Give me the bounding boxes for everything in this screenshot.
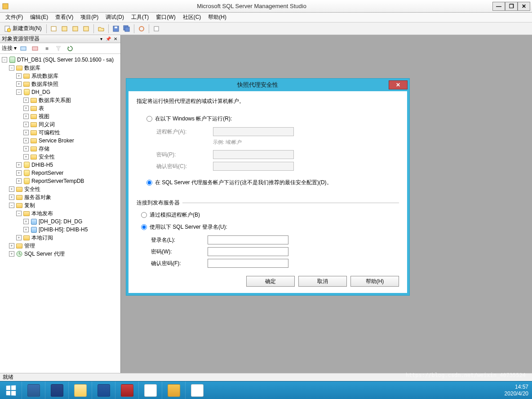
tb-icon-4[interactable]: [81, 24, 91, 34]
menu-file[interactable]: 文件(F): [3, 13, 26, 22]
minimize-button[interactable]: —: [492, 2, 505, 11]
expand-toggle[interactable]: −: [9, 65, 14, 71]
tree-pub-dhdg[interactable]: [DH_DG]: DH_DG: [39, 218, 82, 225]
tree-security[interactable]: 安全性: [24, 186, 40, 193]
tree-reportservertemp[interactable]: ReportServerTempDB: [31, 178, 84, 184]
taskbar-app-powershell[interactable]: [45, 381, 68, 399]
tree-localpub[interactable]: 本地发布: [31, 210, 53, 217]
input-password2[interactable]: [208, 247, 288, 256]
option-windows-account[interactable]: 在以下 Windows 帐户下运行(R):: [146, 115, 399, 123]
stop-icon[interactable]: ■: [42, 44, 52, 53]
tree-dhdg[interactable]: DH_DG: [31, 89, 50, 95]
menu-debug[interactable]: 调试(D): [103, 13, 127, 22]
tree-views[interactable]: 视图: [39, 113, 49, 120]
tb-saveall-icon[interactable]: [122, 24, 132, 34]
tb-open-icon[interactable]: [96, 24, 106, 34]
refresh-icon[interactable]: [65, 44, 75, 53]
expand-toggle[interactable]: +: [23, 106, 29, 111]
close-button[interactable]: ✕: [518, 2, 530, 11]
taskbar-app-5[interactable]: [115, 381, 138, 399]
expand-toggle[interactable]: +: [23, 154, 29, 160]
expand-toggle[interactable]: +: [23, 114, 29, 119]
menu-help[interactable]: 帮助(H): [205, 13, 229, 22]
tree-replication[interactable]: 复制: [24, 202, 35, 209]
option-sql-login[interactable]: 使用以下 SQL Server 登录名(U):: [141, 223, 399, 231]
tb-icon-2[interactable]: [60, 24, 70, 34]
tree-agent[interactable]: SQL Server 代理: [24, 250, 65, 258]
tree-dbdiagram[interactable]: 数据库关系图: [39, 97, 71, 104]
tree-snapshot[interactable]: 数据库快照: [31, 80, 58, 88]
expand-toggle[interactable]: +: [23, 122, 29, 127]
expand-toggle[interactable]: +: [16, 178, 22, 184]
option-impersonate[interactable]: 通过模拟进程帐户(B): [141, 211, 399, 219]
expand-toggle[interactable]: +: [16, 73, 22, 79]
maximize-button[interactable]: ❐: [505, 2, 518, 11]
option-sql-agent-account[interactable]: 在 SQL Server 代理服务帐户下运行(这不是我们推荐的最佳安全配置)(D…: [146, 179, 399, 186]
expand-toggle[interactable]: +: [23, 98, 29, 103]
expand-toggle[interactable]: +: [23, 130, 29, 135]
menu-window[interactable]: 窗口(W): [153, 13, 178, 22]
start-button[interactable]: [0, 381, 22, 399]
tree-programmability[interactable]: 可编程性: [39, 129, 60, 137]
expand-toggle[interactable]: +: [16, 162, 22, 168]
help-button[interactable]: 帮助(H): [350, 276, 399, 287]
radio-impersonate[interactable]: [141, 212, 147, 218]
radio-windows-account[interactable]: [146, 116, 152, 122]
dialog-close-button[interactable]: ✕: [389, 80, 408, 89]
pane-close-icon[interactable]: ✕: [112, 36, 119, 42]
taskbar-app-4[interactable]: [92, 381, 115, 399]
tree-server-root[interactable]: DTH_DB1 (SQL Server 10.50.1600 - sa): [17, 57, 114, 63]
expand-toggle[interactable]: −: [16, 89, 22, 95]
radio-sql-agent[interactable]: [146, 180, 152, 186]
expand-toggle[interactable]: +: [9, 186, 14, 192]
tree-pub-dhib[interactable]: [DHIB-H5]: DHIB-H5: [39, 226, 88, 233]
tb-nav-icon[interactable]: [151, 24, 161, 34]
expand-toggle[interactable]: −: [9, 203, 14, 208]
tree-reportserver[interactable]: ReportServer: [31, 170, 63, 176]
expand-toggle[interactable]: +: [9, 243, 14, 248]
expand-toggle[interactable]: +: [23, 138, 29, 143]
expand-toggle[interactable]: +: [23, 146, 29, 151]
tree-serverobj[interactable]: 服务器对象: [24, 194, 51, 201]
ok-button[interactable]: 确定: [246, 276, 295, 287]
menu-edit[interactable]: 编辑(E): [27, 13, 51, 22]
expand-toggle[interactable]: +: [16, 235, 22, 240]
menu-tools[interactable]: 工具(T): [129, 13, 151, 22]
tree-tables[interactable]: 表: [39, 105, 44, 112]
expand-toggle[interactable]: +: [9, 251, 14, 257]
system-tray[interactable]: 14:57 2020/4/20: [496, 381, 532, 399]
taskbar-app-server-manager[interactable]: [22, 381, 45, 399]
expand-toggle[interactable]: +: [23, 227, 29, 232]
taskbar-app-explorer[interactable]: [68, 381, 92, 399]
expand-toggle[interactable]: +: [16, 81, 22, 87]
tree-dhib[interactable]: DHIB-H5: [31, 162, 53, 168]
connect-dropdown[interactable]: 连接 ▾: [2, 44, 17, 52]
tree-databases[interactable]: 数据库: [24, 64, 40, 72]
tree-sysdb[interactable]: 系统数据库: [31, 72, 58, 80]
input-confirm2[interactable]: [208, 259, 288, 268]
tb-activity-icon[interactable]: [137, 24, 146, 34]
radio-sql-login[interactable]: [141, 224, 147, 230]
disconnect-icon[interactable]: [30, 44, 40, 53]
expand-toggle[interactable]: +: [16, 170, 22, 176]
object-tree[interactable]: −DTH_DB1 (SQL Server 10.50.1600 - sa) −数…: [0, 54, 120, 373]
expand-toggle[interactable]: +: [23, 219, 29, 224]
tree-localsub[interactable]: 本地订阅: [31, 234, 53, 242]
expand-toggle[interactable]: +: [9, 195, 14, 200]
taskbar-app-6[interactable]: [138, 381, 162, 399]
cancel-button[interactable]: 取消: [298, 276, 347, 287]
input-login[interactable]: [208, 235, 288, 244]
expand-toggle[interactable]: −: [2, 57, 7, 62]
expand-toggle[interactable]: −: [16, 211, 22, 216]
tb-icon-3[interactable]: [71, 24, 80, 34]
tb-icon-1[interactable]: [49, 24, 59, 34]
tb-save-icon[interactable]: [111, 24, 121, 34]
tree-synonyms[interactable]: 同义词: [39, 121, 55, 129]
new-query-button[interactable]: 新建查询(N): [2, 24, 44, 34]
connect-icon[interactable]: [18, 44, 28, 53]
taskbar-app-ssms[interactable]: [162, 381, 185, 399]
tree-management[interactable]: 管理: [24, 242, 35, 250]
tree-storage[interactable]: 存储: [39, 145, 49, 153]
menu-community[interactable]: 社区(C): [180, 13, 204, 22]
dropdown-icon[interactable]: ▾: [98, 36, 104, 42]
